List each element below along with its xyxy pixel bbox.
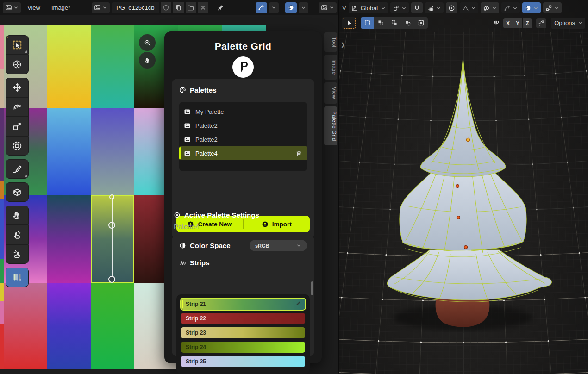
strip-item-0[interactable]: Strip 21 <box>181 299 305 310</box>
tool-select[interactable] <box>6 35 29 55</box>
tool-scale-icon <box>12 121 22 131</box>
duplicate-image-button[interactable] <box>173 2 183 13</box>
image-browse-button[interactable] <box>92 2 110 13</box>
grid-cell-r0c1[interactable] <box>47 25 91 108</box>
viewport-menu-partial[interactable]: V <box>341 5 346 12</box>
tool-cursor[interactable] <box>6 55 29 74</box>
mirror-axis-z[interactable]: Z <box>523 18 532 28</box>
proportional-editing-toggle[interactable] <box>446 2 457 13</box>
pencil-icon[interactable] <box>295 300 301 306</box>
falloff-dropdown[interactable] <box>256 2 267 13</box>
tool-annotate[interactable] <box>6 159 29 179</box>
tab-tool[interactable]: Tool <box>324 32 337 52</box>
grid-cell-r0c2[interactable] <box>91 25 134 108</box>
select-mode-extend[interactable] <box>374 17 388 29</box>
tool-transform[interactable] <box>6 136 29 156</box>
chevron-down-icon <box>492 6 497 11</box>
sidebar-expand-arrow[interactable]: ❯ <box>341 42 345 48</box>
falloff-chevron[interactable] <box>269 2 279 13</box>
select-mode-intersect[interactable] <box>414 17 428 29</box>
rotation-chevron[interactable] <box>299 2 308 13</box>
grid-cell-r1c2[interactable] <box>91 108 134 195</box>
unlink-image-button[interactable] <box>198 2 208 13</box>
image-browse-icon <box>94 4 101 11</box>
image-name-field[interactable]: PG_e125c1cb <box>112 2 159 13</box>
display-mode-dropdown[interactable] <box>319 2 337 13</box>
tool-palette-strips[interactable] <box>6 268 29 287</box>
editor-type-button[interactable] <box>3 2 21 13</box>
pin-button[interactable] <box>216 2 226 13</box>
pivot-point-dropdown[interactable] <box>390 2 409 13</box>
region-divider[interactable] <box>338 0 339 374</box>
select-mode-invert[interactable] <box>401 17 414 29</box>
snap-corner-icon[interactable] <box>536 18 546 28</box>
chevron-down-icon <box>102 5 107 10</box>
select-mode-subtract[interactable] <box>388 17 401 29</box>
mirror-axis-x[interactable]: X <box>503 18 513 28</box>
select-mode-new[interactable] <box>361 17 374 29</box>
tool-scale[interactable] <box>6 117 29 136</box>
palette-icon <box>179 87 186 94</box>
gizmo-dropdown[interactable] <box>543 2 562 13</box>
palette-item-2[interactable]: Palette2 <box>179 132 307 146</box>
trajectory-dropdown[interactable] <box>501 2 520 13</box>
tab-view[interactable]: View <box>324 82 337 104</box>
eye-cursor-icon <box>483 5 490 12</box>
visibility-dropdown[interactable] <box>481 2 499 13</box>
butterfly-icon[interactable] <box>493 19 500 26</box>
rotation-dropdown[interactable] <box>285 2 297 13</box>
gradient-handle-top[interactable] <box>109 194 114 199</box>
color-space-select[interactable]: sRGB <box>250 240 307 251</box>
open-image-button[interactable] <box>186 2 196 13</box>
tab-palette-grid[interactable]: Palette Grid <box>324 106 337 145</box>
options-dropdown[interactable]: Options <box>551 18 585 29</box>
grid-cell-r3c0[interactable] <box>4 283 47 369</box>
tool-tap-icon <box>12 230 22 240</box>
strip-item-3[interactable]: Strip 24 <box>181 342 305 353</box>
selected-grid-cell[interactable] <box>91 195 134 283</box>
falloff-dropdown[interactable] <box>460 2 478 13</box>
palette-item-3[interactable]: Palette4 <box>179 146 307 160</box>
tool-transform-icon <box>12 141 22 151</box>
tool-pan-hand[interactable] <box>6 206 29 225</box>
grid-cell-r2c1[interactable] <box>47 195 91 283</box>
menu-view[interactable]: View <box>23 2 45 13</box>
tab-image[interactable]: Image <box>324 55 337 79</box>
gradient-handle-bottom[interactable] <box>108 276 115 283</box>
strip-item-1[interactable]: Strip 22 <box>181 313 305 324</box>
snap-settings-dropdown[interactable] <box>425 2 444 13</box>
magnet-icon <box>413 5 420 12</box>
strip-item-4[interactable]: Strip 25 <box>181 356 305 367</box>
tool-move-icon <box>12 82 22 93</box>
image-editor-type-icon <box>5 4 12 11</box>
fake-user-button[interactable] <box>161 2 171 13</box>
snap-toggle[interactable] <box>411 2 423 13</box>
palette-item-0[interactable]: My Palette <box>179 105 307 118</box>
zoom-in-button[interactable] <box>139 34 156 51</box>
tool-finger-flick[interactable] <box>6 244 29 264</box>
tool-move[interactable] <box>6 78 29 97</box>
orbit-dropdown[interactable] <box>522 2 541 13</box>
active-palette-name-field[interactable]: Palette4 <box>172 219 314 231</box>
pan-button[interactable] <box>139 52 156 69</box>
mirror-axis-y[interactable]: Y <box>513 18 522 28</box>
orientation-dropdown[interactable]: Global <box>349 2 388 13</box>
viewport-header-row1: V Global <box>339 2 588 14</box>
gradient-handle-middle[interactable] <box>108 222 115 229</box>
strips-scrollbar[interactable] <box>311 281 313 295</box>
select-mode-group <box>361 17 428 29</box>
tool-rotate[interactable] <box>6 97 29 117</box>
palette-item-1[interactable]: Palette2 <box>179 118 307 132</box>
strip-item-2[interactable]: Strip 23 <box>181 327 305 338</box>
grid-cell-r1c1[interactable] <box>47 108 91 195</box>
tool-box[interactable] <box>6 182 29 202</box>
palettes-heading: Palettes <box>172 79 314 94</box>
active-tool-button[interactable] <box>342 17 356 29</box>
tool-finger-tap[interactable] <box>6 225 29 244</box>
trash-icon[interactable] <box>295 150 302 157</box>
viewport-3d-region[interactable]: ❯ V Global XYZ Options <box>339 0 588 374</box>
grid-cell-r3c2[interactable] <box>91 283 134 369</box>
mode-intersect-icon <box>418 19 425 26</box>
menu-image[interactable]: Image* <box>47 2 75 13</box>
grid-cell-r3c1[interactable] <box>47 283 91 369</box>
